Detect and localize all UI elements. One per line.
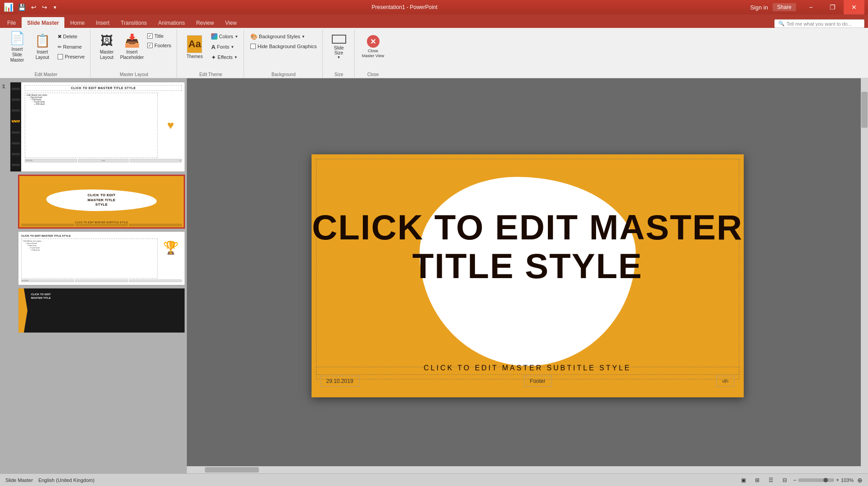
vertical-scrollbar[interactable] — [861, 78, 868, 473]
footer-page-number[interactable]: ‹#› — [716, 376, 735, 387]
footer-date[interactable]: 29.10.2019 — [321, 376, 359, 387]
save-icon[interactable]: 💾 — [16, 3, 27, 12]
minimize-button[interactable]: − — [800, 0, 821, 14]
search-icon: 🔍 — [778, 21, 785, 27]
edit-theme-content: Aa Themes Colors ▼ A Fonts ▼ ✦ Effects ▼ — [181, 31, 240, 78]
background-styles-button[interactable]: 🎨 Background Styles ▼ — [249, 32, 318, 41]
hide-background-checkbox[interactable]: Hide Background Graphics — [249, 42, 318, 51]
master-footer: 29.10.2019 footer ‹#› — [25, 159, 182, 162]
title-bar: 📊 💾 ↩ ↪ ▼ Presentation1 - PowerPoint Sig… — [0, 0, 868, 14]
tab-review[interactable]: Review — [191, 17, 219, 28]
title-bar-left: 📊 💾 ↩ ↪ ▼ — [4, 2, 59, 12]
tab-file[interactable]: File — [2, 17, 21, 28]
edit-master-content: 📄 Insert Slide Master 📋 Insert Layout ✖ … — [5, 31, 86, 78]
layout3-image: 🏆 — [159, 238, 182, 256]
zoom-in-icon[interactable]: + — [836, 477, 839, 483]
tab-animations[interactable]: Animations — [153, 17, 190, 28]
master-thumb-heart-icon: ♥ — [159, 93, 182, 158]
layout3-title: CLICK TO EDIT MASTER TITLE STYLE — [21, 234, 182, 237]
themes-button[interactable]: Aa Themes — [181, 31, 208, 63]
language-indicator[interactable]: English (United Kingdom) — [38, 477, 95, 483]
slide-size-dropdown-icon: ▼ — [337, 55, 341, 59]
view-slide-sorter-button[interactable]: ⊞ — [752, 476, 762, 484]
hide-background-checkbox-box — [250, 44, 256, 49]
close-master-view-button[interactable]: ✕ Close Master View — [359, 31, 387, 63]
master-layout-label: Master Layout — [91, 72, 176, 77]
colors-button[interactable]: Colors ▼ — [209, 32, 240, 41]
tab-home[interactable]: Home — [65, 17, 90, 28]
zoom-percent-label[interactable]: 103% — [841, 477, 854, 483]
tab-transitions[interactable]: Transitions — [115, 17, 152, 28]
zoom-out-icon[interactable]: − — [793, 477, 796, 483]
tab-insert[interactable]: Insert — [90, 17, 115, 28]
layout3-content: CLICK TO EDIT MASTER TITLE STYLE • Edit … — [18, 232, 185, 285]
redo-icon[interactable]: ↪ — [40, 3, 49, 12]
edit-master-small-btns: ✖ Delete ✏ Rename Preserve — [56, 31, 86, 61]
effects-button[interactable]: ✦ Effects ▼ — [209, 52, 240, 62]
main-area: 1 CLICK TO EDIT MASTER TITLE STYLE — [0, 78, 868, 473]
fit-slide-icon[interactable]: ⊕ — [857, 477, 863, 484]
background-label: Background — [245, 72, 322, 77]
app-logo-icon: 📊 — [4, 2, 14, 12]
fonts-button[interactable]: A Fonts ▼ — [209, 42, 240, 52]
undo-icon[interactable]: ↩ — [29, 3, 38, 12]
main-slide[interactable]: CLICK TO EDIT MASTER TITLE STYLE CLICK T… — [312, 154, 744, 397]
zoom-controls: − + 103% — [793, 477, 854, 483]
delete-button[interactable]: ✖ Delete — [56, 32, 86, 41]
layout2-thumb-container: CLICK TO EDIT MASTER TITLE STYLE CLICK T… — [2, 175, 185, 229]
main-slide-title[interactable]: CLICK TO EDIT MASTER TITLE STYLE — [312, 208, 744, 286]
customize-quick-access-icon[interactable]: ▼ — [51, 4, 59, 11]
search-box[interactable]: 🔍 Tell me what you want to do... — [774, 19, 864, 28]
layout-footer-page — [129, 224, 182, 226]
zoom-slider[interactable] — [798, 478, 834, 482]
insert-slide-master-button[interactable]: 📄 Insert Slide Master — [5, 31, 29, 63]
footer-center[interactable]: Footer — [524, 376, 552, 387]
tab-view[interactable]: View — [220, 17, 242, 28]
insert-layout-button[interactable]: 📋 Insert Layout — [31, 31, 54, 63]
close-master-icon: ✕ — [367, 35, 380, 48]
close-button[interactable]: ✕ — [844, 0, 864, 14]
layout-slide-thumb-3[interactable]: CLICK TO EDIT MASTER TITLE STYLE • Edit … — [18, 231, 185, 285]
layout3-text: • Edit Master text styles – Second level… — [21, 238, 158, 279]
view-slideshow-button[interactable]: ⊟ — [780, 476, 790, 484]
title-checkbox[interactable]: Title — [145, 32, 173, 40]
zoom-slider-thumb — [823, 478, 828, 482]
window-title: Presentation1 - PowerPoint — [59, 4, 750, 10]
preserve-checkbox[interactable]: Preserve — [56, 52, 86, 61]
footers-checkbox-box — [147, 43, 153, 48]
view-reading-button[interactable]: ☰ — [766, 476, 776, 484]
share-button[interactable]: Share — [773, 3, 796, 11]
layout4-wave — [18, 288, 27, 333]
layout-footer-bar — [21, 224, 182, 226]
slide-panel[interactable]: 1 CLICK TO EDIT MASTER TITLE STYLE — [0, 78, 187, 473]
slide-number-label: 1 — [2, 84, 5, 89]
h-scrollbar-thumb — [205, 467, 259, 472]
insert-slide-master-icon: 📄 — [9, 31, 25, 46]
master-layout-button[interactable]: 🖼 Master Layout — [95, 31, 118, 63]
title-bar-controls: Sign in Share − ❐ ✕ — [750, 0, 864, 14]
edit-theme-label: Edit Theme — [178, 72, 244, 77]
layout-footer-center — [75, 224, 128, 226]
master-thumb-body: CLICK TO EDIT MASTER TITLE STYLE • Edit … — [22, 82, 185, 171]
main-slide-subtitle[interactable]: CLICK TO EDIT MASTER SUBTITLE STYLE — [312, 364, 744, 372]
ribbon: 📄 Insert Slide Master 📋 Insert Layout ✖ … — [0, 28, 868, 78]
master-layout-checks: Title Footers — [145, 31, 173, 50]
user-account[interactable]: Sign in — [750, 4, 768, 11]
slide-size-button[interactable]: Slide Size ▼ — [327, 31, 351, 63]
tab-slide-master[interactable]: Slide Master — [22, 17, 64, 28]
background-btns: 🎨 Background Styles ▼ Hide Background Gr… — [249, 31, 318, 51]
layout-slide-thumb-4[interactable]: CLICK TO EDIT MASTER TITLE — [18, 288, 185, 333]
theme-small-btns: Colors ▼ A Fonts ▼ ✦ Effects ▼ — [209, 31, 240, 62]
master-layout-group: 🖼 Master Layout 📥 Insert Placeholder Tit… — [91, 30, 177, 78]
view-normal-button[interactable]: ▣ — [738, 476, 749, 484]
layout-slide-thumb-2[interactable]: CLICK TO EDIT MASTER TITLE STYLE CLICK T… — [18, 175, 185, 229]
restore-button[interactable]: ❐ — [822, 0, 843, 14]
footers-checkbox[interactable]: Footers — [145, 41, 173, 50]
background-content: 🎨 Background Styles ▼ Hide Background Gr… — [249, 31, 318, 78]
edit-master-group: 📄 Insert Slide Master 📋 Insert Layout ✖ … — [2, 30, 90, 78]
search-placeholder: Tell me what you want to do... — [787, 21, 852, 27]
insert-placeholder-button[interactable]: 📥 Insert Placeholder — [120, 31, 144, 63]
horizontal-scrollbar[interactable] — [187, 466, 861, 473]
master-slide-thumb[interactable]: CLICK TO EDIT MASTER TITLE STYLE • Edit … — [10, 82, 185, 172]
rename-button[interactable]: ✏ Rename — [56, 42, 86, 52]
